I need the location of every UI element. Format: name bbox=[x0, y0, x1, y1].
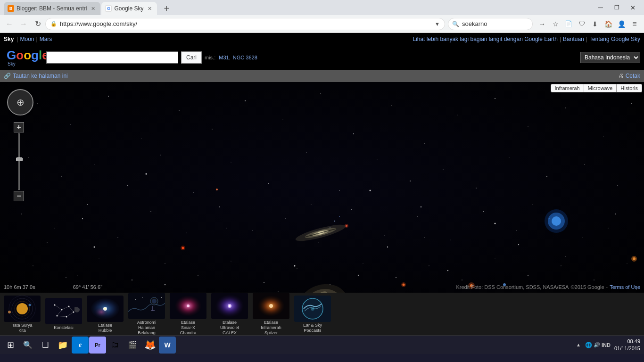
taskbar-app-files[interactable]: 🗂 bbox=[107, 337, 124, 354]
lock-icon: 🔒 bbox=[50, 21, 57, 27]
language-select[interactable]: Bahasa Indonesia bbox=[580, 52, 640, 63]
shield-button[interactable]: 🛡 bbox=[575, 17, 588, 31]
forward-button[interactable]: → bbox=[17, 17, 30, 31]
svg-point-4 bbox=[141, 138, 141, 139]
close-button[interactable]: ✕ bbox=[625, 3, 640, 12]
svg-point-38 bbox=[54, 228, 54, 228]
tray-volume-icon[interactable]: 🔊 bbox=[594, 342, 600, 348]
logo-o2: o bbox=[24, 49, 31, 61]
minimize-button[interactable]: ─ bbox=[593, 3, 608, 12]
taskbar-search-button[interactable]: 🔍 bbox=[19, 337, 36, 354]
gallery-label-galex: EtalaseUltravioletGALEX bbox=[220, 320, 239, 335]
gallery-item-hubble[interactable]: EtalaseHubble bbox=[85, 296, 125, 333]
zoom-control: + − bbox=[14, 122, 24, 201]
svg-point-33 bbox=[509, 157, 509, 157]
sky-view[interactable]: ⊕ + − Inframerah Microwave Historis 10h … bbox=[0, 82, 644, 293]
bookmark-star-button[interactable]: ☆ bbox=[549, 17, 562, 31]
new-tab-button[interactable]: + bbox=[160, 2, 173, 15]
start-button[interactable]: ⊞ bbox=[2, 337, 19, 354]
taskbar-clock[interactable]: 08.49 01/11/2015 bbox=[612, 338, 642, 352]
taskbar: ⊞ 🔍 ❑ 📁 e Pr 🗂 🎬 🦊 W ▲ 🌐 🔊 IND 08.49 01/… bbox=[0, 335, 644, 354]
svg-point-45 bbox=[285, 218, 286, 219]
podcasts-thumb bbox=[294, 296, 331, 322]
url-bar[interactable]: 🔒 https://www.google.com/sky/ ▼ bbox=[45, 18, 445, 30]
taskbar-app-premiere[interactable]: Pr bbox=[89, 337, 106, 354]
search-input-area: Cari mis.: M31, NGC 3628 bbox=[46, 51, 257, 64]
reader-button[interactable]: 📄 bbox=[562, 17, 575, 31]
tray-network-icon[interactable]: 🌐 bbox=[585, 342, 592, 348]
compass-control[interactable]: ⊕ bbox=[7, 89, 33, 115]
account-button[interactable]: 👤 bbox=[615, 17, 628, 31]
permalink-link[interactable]: Tautan ke halaman ini bbox=[13, 73, 68, 79]
nav-sep-1: | bbox=[17, 36, 18, 42]
zoom-out-button[interactable]: − bbox=[14, 191, 24, 201]
svg-point-55 bbox=[615, 214, 616, 214]
svg-point-17 bbox=[603, 136, 603, 136]
task-view-button[interactable]: ❑ bbox=[37, 337, 54, 354]
taskbar-app-edge[interactable]: e bbox=[72, 337, 89, 354]
svg-point-37 bbox=[21, 214, 22, 214]
tray-expand-button[interactable]: ▲ bbox=[574, 340, 583, 350]
google-sky-tab-close[interactable]: ✕ bbox=[146, 5, 153, 12]
gallery-item-konstelasi[interactable]: Konstelasi bbox=[43, 298, 84, 330]
sky-nav-sky[interactable]: Sky bbox=[4, 36, 14, 42]
help-link[interactable]: Bantuan bbox=[563, 36, 584, 42]
svg-point-158 bbox=[104, 308, 106, 310]
tray-lang-label[interactable]: IND bbox=[602, 342, 611, 348]
tab-google-sky[interactable]: G Google Sky ✕ bbox=[101, 2, 157, 15]
gallery-item-galex[interactable]: EtalaseUltravioletGALEX bbox=[209, 293, 250, 335]
gallery-item-chandra[interactable]: EtalaseSinar-XChandra bbox=[168, 293, 208, 335]
taskbar-time: 08.49 bbox=[614, 338, 640, 345]
earth-link[interactable]: Lihat lebih banyak lagi bagian langit de… bbox=[413, 36, 558, 42]
gallery-item-spitzer[interactable]: EtalaseInframerahSpitzer bbox=[251, 293, 291, 335]
blogger-tab-close[interactable]: ✕ bbox=[89, 5, 97, 12]
back-button[interactable]: ← bbox=[3, 17, 16, 31]
gallery-item-tata-surya[interactable]: Tata SuryaKita bbox=[2, 296, 42, 333]
sky-nav-mars[interactable]: Mars bbox=[40, 36, 52, 42]
historis-button[interactable]: Historis bbox=[617, 84, 642, 92]
gallery-label-astronomi: AstronomiHalamanBelakang bbox=[137, 320, 157, 335]
taskbar-app-media[interactable]: 🎬 bbox=[124, 337, 141, 354]
zoom-slider-handle[interactable] bbox=[16, 157, 23, 161]
sky-search-input[interactable] bbox=[46, 51, 178, 64]
hint-link-m31[interactable]: M31 bbox=[219, 55, 229, 60]
photo-credits: Kredit Foto: DSS Consortium, SDSS, NASA/… bbox=[456, 284, 640, 290]
chandra-thumb bbox=[170, 293, 206, 319]
download-button[interactable]: ⬇ bbox=[588, 17, 602, 31]
hubble-thumb bbox=[87, 296, 124, 322]
gallery-item-astronomi[interactable]: AstronomiHalamanBelakang bbox=[126, 293, 167, 335]
taskbar-app-firefox[interactable]: 🦊 bbox=[141, 337, 158, 354]
omnibox-search[interactable]: 🔍 soekarno bbox=[448, 18, 533, 30]
about-link[interactable]: Tentang Google Sky bbox=[589, 36, 640, 42]
svg-point-13 bbox=[457, 115, 457, 115]
microwave-button[interactable]: Microwave bbox=[584, 84, 617, 92]
inframerah-button[interactable]: Inframerah bbox=[551, 84, 584, 92]
terms-link[interactable]: Terms of Use bbox=[610, 284, 640, 290]
gallery-label-podcasts: Ear & SkyPodcasts bbox=[303, 323, 322, 333]
svg-point-56 bbox=[33, 265, 33, 266]
gallery-item-podcasts[interactable]: Ear & SkyPodcasts bbox=[292, 296, 333, 333]
svg-point-173 bbox=[229, 305, 231, 307]
menu-button[interactable]: ≡ bbox=[628, 17, 641, 31]
maximize-button[interactable]: ❒ bbox=[609, 3, 624, 12]
svg-point-1 bbox=[37, 103, 38, 104]
gallery-label-chandra: EtalaseSinar-XChandra bbox=[180, 320, 197, 335]
svg-point-22 bbox=[127, 185, 128, 186]
go-button[interactable]: → bbox=[536, 17, 549, 31]
zoom-in-button[interactable]: + bbox=[14, 122, 24, 132]
ra-coordinate: 10h 6m 37.0s bbox=[4, 284, 35, 290]
hint-link-ngc3628[interactable]: NGC 3628 bbox=[233, 55, 257, 60]
search-button[interactable]: Cari bbox=[181, 51, 202, 64]
tray-icons: 🌐 🔊 IND bbox=[585, 342, 611, 348]
taskbar-app-folder[interactable]: 📁 bbox=[54, 337, 71, 354]
taskbar-app-word[interactable]: W bbox=[159, 337, 176, 354]
svg-point-61 bbox=[198, 275, 198, 276]
print-link[interactable]: Cetak bbox=[626, 73, 640, 79]
sky-nav-moon[interactable]: Moon bbox=[20, 36, 34, 42]
tab-blogger[interactable]: B Blogger: BBM - Semua entri ✕ bbox=[4, 2, 100, 15]
svg-point-59 bbox=[132, 280, 132, 280]
home-button[interactable]: 🏠 bbox=[602, 17, 615, 31]
svg-point-41 bbox=[150, 211, 151, 212]
refresh-button[interactable]: ↻ bbox=[31, 17, 44, 31]
svg-point-27 bbox=[306, 152, 306, 153]
